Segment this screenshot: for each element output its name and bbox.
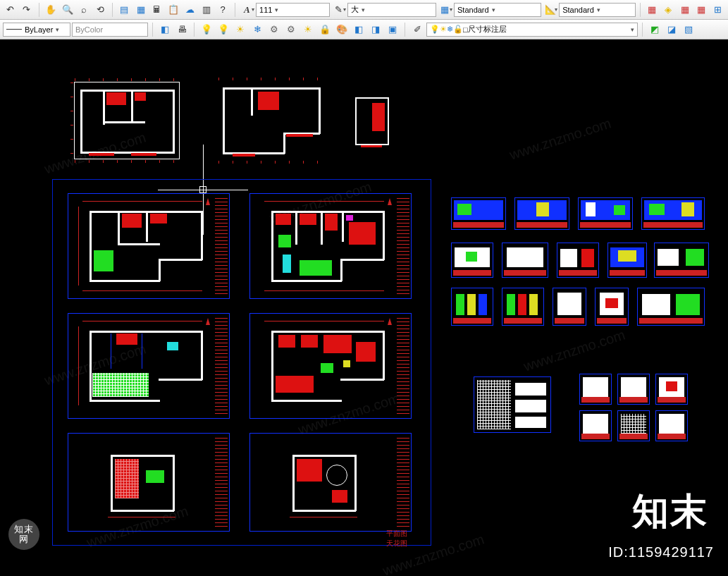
plan-top-1 [74,82,180,159]
grid-red-icon[interactable]: ▦ [645,2,660,18]
chevron-down-icon: ▾ [492,6,495,13]
layer-sun-icon: ☀ [440,25,447,34]
sheet-3-2 [249,433,412,532]
gear-icon[interactable]: ⚙ [266,22,282,37]
plan-top-2 [218,82,324,159]
separator [152,23,153,37]
layer-bulb-icon: 💡 [430,25,440,34]
layer-lock-icon: 🔓 [453,25,463,34]
dim-tool-icon[interactable]: ⊞ [710,2,725,18]
grid-highlighted-icon[interactable]: ▦ [677,2,692,18]
calculator-icon[interactable]: 🖩 [149,2,164,18]
layer-freeze-icon: ❄ [447,25,453,34]
layerprop-b-icon[interactable]: ◪ [664,22,679,37]
toolbar-row-1: ↶ ↷ ✋ 🔍 ⌕ ⟲ ▤ ▦ 🖩 📋 ☁ ▥ ? A ▾ 111 ▾ ✎ ▾ … [0,0,728,20]
chevron-down-icon: ▾ [275,6,278,13]
sheet-1-2 [249,193,412,299]
zoom-window-icon[interactable]: ⌕ [76,2,91,18]
grid-tool-icon[interactable]: ▦ [693,2,708,18]
separator [112,3,113,17]
elev-a3 [578,197,633,230]
dim-style-combo-2[interactable]: Standard ▾ [559,3,635,17]
linetype-value: ByLayer [25,25,53,34]
pan-icon[interactable]: ✋ [44,2,58,18]
sun2-icon[interactable]: ☀ [300,22,316,37]
sun-icon[interactable]: ☀ [233,22,248,37]
dim-style-1-value: Standard [457,6,489,14]
toolbar-row-2: ByLayer ▾ ◧ 🖶 💡 💡 ☀ ❄ ⚙ ⚙ ☀ 🔒 🎨 ◧ ◨ ▣ ✐ … [0,20,728,39]
elev-b1 [451,243,493,278]
layers-b-icon[interactable]: ◨ [368,22,383,37]
watermark: www.znzmo.com [507,115,613,163]
layers-stack-icon[interactable]: ◧ [157,22,173,37]
elev-c2 [502,288,544,326]
layer-iso-icon[interactable]: ◈ [661,2,676,18]
cloud-icon[interactable]: ☁ [183,2,197,18]
brand-badge: 知末 网 [8,519,39,550]
plan-top-3 [352,94,392,148]
sheet-2-2 [249,313,412,419]
sheet-1-1 [68,193,230,299]
line-preview [6,29,22,30]
palette-icon[interactable]: 🎨 [334,22,350,37]
text-style-value: 111 [259,6,272,14]
zoom-previous-icon[interactable]: ⟲ [92,2,107,18]
clipboard-icon[interactable]: 📋 [166,2,181,18]
elev-c1 [451,288,493,326]
lock-icon[interactable]: 🔒 [317,22,333,37]
brand-text: 知末 [632,487,708,537]
elev-b2 [502,243,548,278]
elev-a1 [451,197,506,230]
undo-icon[interactable]: ↶ [3,2,18,18]
elev-c3 [553,288,586,326]
separator [39,3,39,17]
gear2-icon[interactable]: ⚙ [283,22,299,37]
elev-b4 [607,243,647,278]
printer-icon[interactable]: 🖶 [174,22,190,37]
chevron-down-icon: ▾ [631,26,634,33]
separator [235,3,235,17]
properties-icon[interactable]: ▤ [117,2,132,18]
dim-size-combo[interactable]: 大 ▾ [347,3,436,17]
layerprop-c-icon[interactable]: ▧ [681,22,696,37]
layers-c-icon[interactable]: ▣ [385,22,400,37]
elev-c5 [637,288,705,326]
bulb-on-icon[interactable]: 💡 [199,22,214,37]
layerprop-a-icon[interactable]: ◩ [647,22,662,37]
elev-b3 [557,243,599,278]
sheet-2-1 [68,313,230,419]
sheet-set-icon[interactable]: ▦ [133,2,148,18]
separator [640,3,641,17]
watermark: www.znzmo.com [522,326,627,374]
zoom-realtime-icon[interactable]: 🔍 [60,2,75,18]
separator [194,23,195,37]
brand-id: ID:1159429117 [608,544,714,560]
dim-style-2-value: Standard [562,6,594,14]
dim-style-combo-1[interactable]: Standard ▾ [454,3,541,17]
chevron-down-icon: ▾ [597,6,600,13]
help-icon[interactable]: ? [216,2,230,18]
separator [405,23,405,37]
layer-square-icon: □ [463,25,468,34]
separator [642,23,643,37]
annotation-icon[interactable]: ✐ [409,22,425,37]
current-layer-combo[interactable]: 💡 ☀ ❄ 🔓 □ 尺寸标注层 ▾ [426,23,638,37]
redo-icon[interactable]: ↷ [19,2,34,18]
text-style-combo[interactable]: 111 ▾ [256,3,330,17]
linetype-combo[interactable]: ByLayer ▾ [3,23,70,37]
freeze-icon[interactable]: ❄ [249,22,265,37]
elev-d1 [474,376,551,433]
dim-size-value: 大 [351,4,359,15]
tool-palette-icon[interactable]: ▥ [199,2,214,18]
elev-a2 [514,197,569,230]
bulb-icon[interactable]: 💡 [216,22,231,37]
sheet-3-1 [68,433,230,532]
chevron-down-icon: ▾ [362,6,365,13]
linecolor-input[interactable] [72,23,148,37]
drawing-viewport[interactable]: www.znzmo.com www.znzmo.com www.znzmo.co… [0,39,728,576]
sheet-group-label: 平面图 天花图 [372,529,421,549]
current-layer-value: 尺寸标注层 [468,24,507,35]
layers-a-icon[interactable]: ◧ [351,22,366,37]
elev-b5 [654,243,709,278]
chevron-down-icon: ▾ [56,26,59,33]
